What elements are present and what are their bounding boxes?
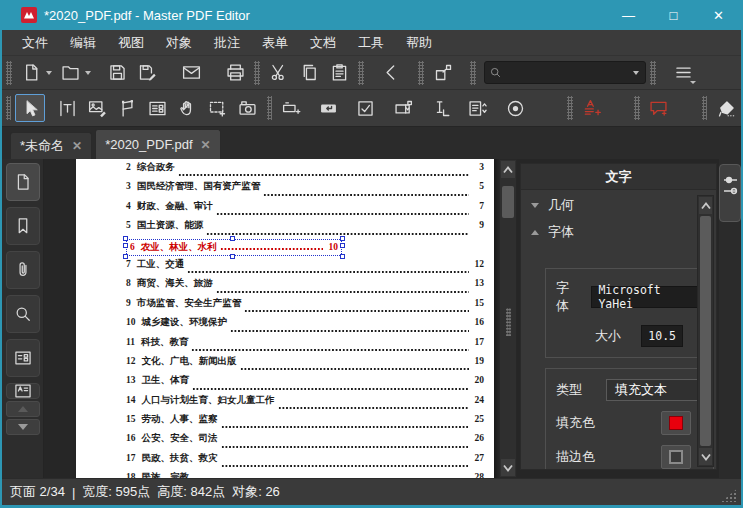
panel-scroll-down-button[interactable] [699, 448, 712, 465]
sidebar-search-button[interactable] [6, 295, 40, 333]
toc-row[interactable]: 7工业、交通12 [126, 258, 484, 277]
panel-scrollbar-thumb[interactable] [700, 216, 711, 446]
tab-close-icon[interactable]: ✕ [72, 139, 82, 153]
toc-row[interactable]: 18民族、宗教28 [126, 471, 484, 478]
copy-button[interactable] [294, 59, 324, 87]
save-button[interactable] [102, 59, 132, 87]
toolbar-drag-handle[interactable] [267, 96, 272, 120]
add-push-button-button[interactable] [314, 94, 344, 122]
toolbar-drag-handle[interactable] [702, 96, 707, 120]
sidebar-bookmarks-button[interactable] [6, 207, 40, 245]
toc-row-selected[interactable]: 6农业、林业、水利10 [126, 239, 484, 258]
sidebar-scroll-down-button[interactable] [6, 419, 40, 435]
highlighter-button[interactable] [711, 94, 741, 122]
menu-item-表单[interactable]: 表单 [252, 31, 298, 55]
minimize-button[interactable]: — [606, 0, 651, 30]
cut-button[interactable] [264, 59, 294, 87]
selection-handle[interactable] [123, 236, 128, 241]
scroll-down-button[interactable] [501, 459, 515, 476]
add-list-button[interactable] [463, 94, 493, 122]
close-button[interactable]: ✕ [696, 0, 741, 30]
tab-close-icon[interactable]: ✕ [201, 138, 211, 152]
edit-text-tool-button[interactable] [53, 94, 83, 122]
sidebar-pages-button[interactable] [6, 163, 40, 201]
paste-button[interactable] [324, 59, 354, 87]
toc-row[interactable]: 15劳动、人事、监察25 [126, 413, 484, 432]
new-dropdown-caret[interactable] [46, 71, 52, 75]
maximize-button[interactable]: □ [651, 0, 696, 30]
open-button[interactable] [55, 59, 85, 87]
print-button[interactable] [220, 59, 250, 87]
panel-scroll-up-button[interactable] [699, 197, 712, 214]
toc-row[interactable]: 10城乡建设、环境保护16 [126, 316, 484, 335]
toc-row[interactable]: 2综合政务3 [126, 161, 484, 180]
menu-item-文档[interactable]: 文档 [300, 31, 346, 55]
save-as-button[interactable] [132, 59, 162, 87]
toc-row[interactable]: 9市场监管、安全生产监管15 [126, 297, 484, 316]
main-menu-button[interactable] [668, 59, 698, 87]
add-text-field-button[interactable] [276, 94, 306, 122]
toc-row[interactable]: 8商贸、海关、旅游13 [126, 277, 484, 296]
toc-row[interactable]: 12文化、广电、新闻出版19 [126, 355, 484, 374]
selection-box[interactable]: 6农业、林业、水利10 [126, 239, 342, 256]
selection-handle[interactable] [123, 243, 128, 248]
sidebar-scroll-up-button[interactable] [6, 401, 40, 417]
swap-pages-button[interactable] [428, 59, 458, 87]
open-dropdown-caret[interactable] [85, 71, 91, 75]
menu-item-视图[interactable]: 视图 [108, 31, 154, 55]
add-checkbox-button[interactable] [351, 94, 381, 122]
edit-image-tool-button[interactable] [83, 94, 113, 122]
scrollbar-thumb[interactable] [502, 186, 514, 218]
toolbar-drag-handle[interactable] [418, 61, 424, 85]
tab-2020-pdf[interactable]: *2020_PDF.pdf ✕ [95, 129, 221, 159]
back-button[interactable] [376, 59, 406, 87]
panel-splitter-handle[interactable] [506, 308, 511, 336]
add-listbox-cursor-button[interactable] [426, 94, 456, 122]
toc-row[interactable]: 11科技、教育17 [126, 336, 484, 355]
edit-forms-tool-button[interactable] [143, 94, 173, 122]
menu-item-帮助[interactable]: 帮助 [396, 31, 442, 55]
document-area[interactable]: 2综合政务33国民经济管理、国有资产监管54财政、金融、审计75国土资源、能源9… [45, 159, 499, 478]
menu-item-对象[interactable]: 对象 [156, 31, 202, 55]
toolbar-drag-handle[interactable] [634, 96, 639, 120]
scroll-up-button[interactable] [501, 161, 515, 178]
sidebar-comments-button[interactable] [6, 383, 40, 399]
stroke-color-button[interactable] [661, 445, 691, 469]
sidebar-forms-button[interactable] [6, 339, 40, 377]
font-name-input[interactable]: Microsoft YaHei [591, 286, 707, 308]
search-input[interactable] [484, 61, 646, 84]
toc-row[interactable]: 16公安、安全、司法26 [126, 432, 484, 451]
menu-item-批注[interactable]: 批注 [204, 31, 250, 55]
toc-row[interactable]: 5国土资源、能源9 [126, 219, 484, 238]
selection-handle[interactable] [230, 236, 235, 241]
menu-item-文件[interactable]: 文件 [12, 31, 58, 55]
document-scrollbar[interactable] [499, 159, 517, 478]
panel-scrollbar[interactable] [697, 195, 714, 467]
section-geometry[interactable]: 几何 [521, 193, 716, 217]
add-radio-button-button[interactable] [500, 94, 530, 122]
resize-grip[interactable] [721, 488, 738, 502]
text-annotation-button[interactable] [577, 94, 607, 122]
toolbar-drag-handle[interactable] [567, 96, 572, 120]
toc-row[interactable]: 17民政、扶贫、救灾27 [126, 452, 484, 471]
sidebar-attachments-button[interactable] [6, 251, 40, 289]
toc-row[interactable]: 14人口与计划生育、妇女儿童工作24 [126, 394, 484, 413]
section-font[interactable]: 字体 [521, 220, 716, 244]
font-size-input[interactable]: 10.5 [641, 325, 683, 347]
toolbar-drag-handle[interactable] [254, 61, 260, 85]
properties-tab[interactable] [719, 164, 741, 222]
toc-row[interactable]: 3国民经济管理、国有资产监管5 [126, 180, 484, 199]
selection-handle[interactable] [123, 254, 128, 259]
add-combobox-button[interactable] [388, 94, 418, 122]
edit-path-tool-button[interactable] [113, 94, 143, 122]
toc-row[interactable]: 13卫生、体育20 [126, 374, 484, 393]
type-select[interactable]: 填充文本 [606, 379, 702, 401]
toolbar-drag-handle[interactable] [650, 61, 656, 85]
fill-color-button[interactable] [661, 411, 691, 435]
selection-handle[interactable] [340, 254, 345, 259]
menu-item-编辑[interactable]: 编辑 [60, 31, 106, 55]
toolbar-drag-handle[interactable] [470, 61, 476, 85]
hand-tool-button[interactable] [173, 94, 203, 122]
tab-untitled[interactable]: *未命名 ✕ [10, 132, 92, 159]
selection-handle[interactable] [340, 243, 345, 248]
